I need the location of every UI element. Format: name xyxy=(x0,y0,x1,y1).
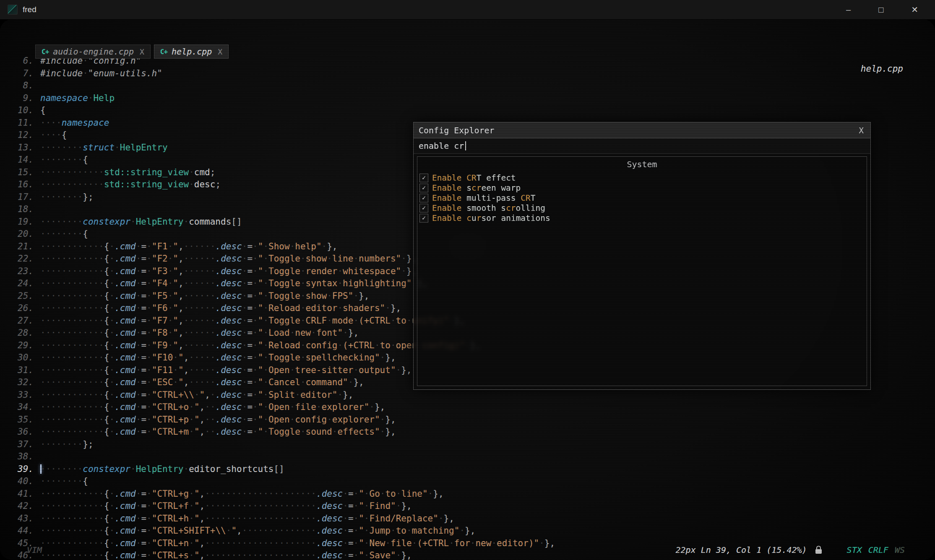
code-token: "F2 xyxy=(152,254,168,264)
checkbox-checked-icon[interactable]: ✓ xyxy=(419,194,428,202)
line-number: 31. xyxy=(7,364,34,377)
whitespace-dot: · xyxy=(67,439,72,449)
whitespace-dot: · xyxy=(316,402,322,412)
whitespace-dot: · xyxy=(51,217,56,227)
whitespace-dot: · xyxy=(67,390,72,400)
code-token: " xyxy=(194,415,200,425)
whitespace-dot: · xyxy=(51,254,56,264)
whitespace-dot: · xyxy=(83,266,88,276)
code-token: = xyxy=(141,328,146,338)
whitespace-dot: · xyxy=(221,501,226,511)
whitespace-dot: · xyxy=(242,303,247,313)
whitespace-dot: · xyxy=(67,365,72,375)
checkbox-checked-icon[interactable]: ✓ xyxy=(419,204,428,213)
whitespace-dot: · xyxy=(173,353,178,363)
code-token: ; xyxy=(215,179,221,189)
close-button[interactable]: ✕ xyxy=(911,5,918,15)
whitespace-dot: · xyxy=(136,291,141,301)
whitespace-dot: · xyxy=(300,353,306,363)
whitespace-dot: · xyxy=(94,513,99,524)
line-number: 29. xyxy=(7,340,34,352)
whitespace-dot: · xyxy=(78,353,83,363)
tab-close-icon[interactable]: X xyxy=(140,47,144,56)
whitespace-dot: · xyxy=(51,229,56,239)
whitespace-dot: · xyxy=(88,427,94,437)
whitespace-dot: · xyxy=(88,390,94,400)
whitespace-dot: · xyxy=(258,526,263,536)
checkbox-checked-icon[interactable]: ✓ xyxy=(419,174,428,182)
whitespace-dot: · xyxy=(78,192,83,202)
whitespace-dot: · xyxy=(136,303,141,313)
line-number: 14. xyxy=(7,154,34,166)
code-token: " xyxy=(258,415,263,425)
whitespace-dot: · xyxy=(327,254,332,264)
checkbox-checked-icon[interactable]: ✓ xyxy=(419,214,428,223)
config-item[interactable]: ✓Enable CRT effect xyxy=(417,173,867,183)
whitespace-dot: · xyxy=(99,316,104,326)
whitespace-dot: · xyxy=(300,489,306,499)
code-token: , xyxy=(178,340,184,350)
whitespace-dot: · xyxy=(263,489,268,499)
checkbox-checked-icon[interactable]: ✓ xyxy=(419,184,428,192)
code-token: " xyxy=(194,402,200,412)
whitespace-dot: · xyxy=(146,390,152,400)
whitespace-dot: · xyxy=(67,464,72,474)
whitespace-dot: · xyxy=(51,377,56,387)
whitespace-dot: · xyxy=(78,266,83,276)
config-item-text: sor animations xyxy=(481,213,550,223)
whitespace-dot: · xyxy=(56,340,62,350)
code-token: Split xyxy=(268,390,295,400)
whitespace-dot: · xyxy=(56,217,62,227)
whitespace-dot: · xyxy=(51,167,56,177)
config-item-text: c xyxy=(466,213,471,223)
code-token: config xyxy=(295,415,327,425)
whitespace-dot: · xyxy=(83,340,88,350)
whitespace-dot: · xyxy=(67,489,72,499)
config-item[interactable]: ✓Enable screen warp xyxy=(417,183,867,193)
config-item[interactable]: ✓Enable multi-pass CRT xyxy=(417,193,867,203)
whitespace-dot: · xyxy=(200,278,205,288)
code-token: .cmd xyxy=(115,316,136,326)
whitespace-dot: · xyxy=(62,353,67,363)
whitespace-dot: · xyxy=(173,365,178,375)
search-input[interactable]: enable cr xyxy=(414,138,870,154)
tab-audio-engine-cpp[interactable]: C+ audio-engine.cpp X xyxy=(35,44,151,59)
config-item[interactable]: ✓Enable cursor animations xyxy=(417,213,867,223)
whitespace-dot: · xyxy=(189,316,194,326)
config-item[interactable]: ✓Enable smooth scrolling xyxy=(417,203,867,213)
code-token: " xyxy=(200,390,205,400)
minimize-button[interactable]: – xyxy=(846,5,851,15)
line-number: 18. xyxy=(7,203,34,216)
code-token: }, xyxy=(465,526,475,536)
whitespace-dot: · xyxy=(78,427,83,437)
whitespace-dot: · xyxy=(343,328,348,338)
whitespace-dot: · xyxy=(78,402,83,412)
whitespace-dot: · xyxy=(242,513,247,524)
whitespace-dot: · xyxy=(200,291,205,301)
code-token: , xyxy=(178,291,184,301)
whitespace-dot: · xyxy=(40,365,46,375)
whitespace-dot: · xyxy=(72,316,78,326)
whitespace-dot: · xyxy=(247,526,253,536)
code-token: " xyxy=(258,291,263,301)
whitespace-dot: · xyxy=(46,390,51,400)
whitespace-dot: · xyxy=(348,377,354,387)
whitespace-dot: · xyxy=(258,501,263,511)
line-number: 15. xyxy=(7,166,34,179)
code-line: 39.········constexpr·HelpEntry·editor_sh… xyxy=(7,463,935,476)
whitespace-dot: · xyxy=(83,68,88,78)
tab-close-icon[interactable]: X xyxy=(218,47,222,56)
popup-close-button[interactable]: X xyxy=(857,126,865,135)
whitespace-dot: · xyxy=(247,501,253,511)
code-token: HelpEntry xyxy=(136,217,184,227)
whitespace-dot: · xyxy=(184,328,189,338)
code-token: .cmd xyxy=(115,390,136,400)
code-token: Toggle xyxy=(268,266,300,276)
whitespace-dot: · xyxy=(88,316,94,326)
tab-help-cpp[interactable]: C+ help.cpp X xyxy=(154,44,229,59)
maximize-button[interactable]: □ xyxy=(878,5,883,15)
whitespace-dot: · xyxy=(40,303,46,313)
code-token: }, xyxy=(401,501,412,511)
whitespace-dot: · xyxy=(146,266,152,276)
whitespace-dot: · xyxy=(290,415,295,425)
